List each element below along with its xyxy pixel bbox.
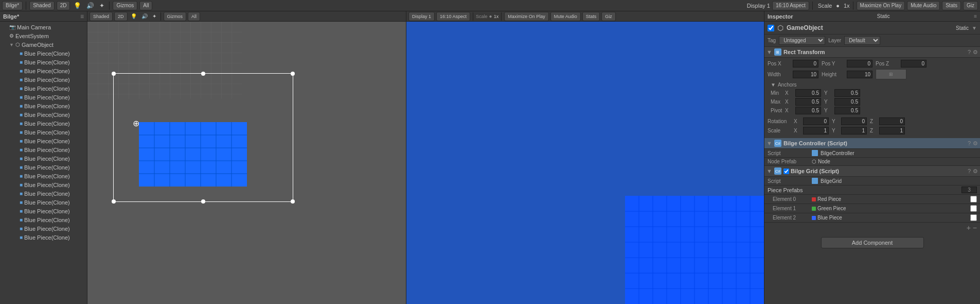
giz-btn[interactable]: Giz [963, 1, 978, 10]
element-2-checkbox[interactable] [970, 214, 977, 221]
scale-y-input[interactable] [841, 127, 867, 134]
scene-effects-icon[interactable]: ✦ [151, 12, 158, 21]
rotation-x-input[interactable] [803, 117, 829, 125]
mute-btn[interactable]: Mute Audio [907, 1, 940, 10]
anchors-toggle[interactable]: ▼ Anchors [771, 82, 974, 88]
move-gizmo[interactable]: ⊕ [133, 119, 139, 128]
rotation-y-input[interactable] [841, 117, 867, 125]
anchor-min-x-input[interactable] [795, 89, 821, 97]
scene-all-btn[interactable]: All [188, 12, 200, 21]
scene-canvas[interactable]: ⊕ [87, 22, 406, 304]
anchor-preset-widget[interactable]: ⊞ [876, 69, 906, 79]
layer-dropdown[interactable]: Default [844, 36, 880, 45]
scene-audio-icon[interactable]: 🔊 [140, 12, 149, 21]
bilge-grid-settings-icon[interactable]: ⚙ [973, 168, 978, 175]
bilge-grid-checkbox[interactable] [783, 168, 789, 174]
scene-light-icon[interactable]: 💡 [129, 12, 138, 21]
lighting-toggle[interactable]: 💡 [72, 1, 83, 10]
aspect-dropdown[interactable]: 16:10 Aspect [772, 1, 809, 10]
piece-prefabs-count[interactable] [961, 187, 977, 193]
anchor-min-y-input[interactable] [834, 89, 860, 97]
add-component-button[interactable]: Add Component [821, 237, 924, 248]
pos-x-input[interactable] [793, 60, 818, 67]
list-item[interactable]: ■ Blue Piece(Clone) [0, 180, 87, 189]
list-item[interactable]: ■ Blue Piece(Clone) [0, 93, 87, 102]
effects-toggle[interactable]: ✦ [98, 1, 106, 10]
list-item[interactable]: ■ Blue Piece(Clone) [0, 154, 87, 163]
2d-toggle[interactable]: 2D [57, 1, 70, 10]
width-input[interactable] [793, 71, 818, 78]
bilge-controller-header[interactable]: ▼ C# Bilge Controller (Script) ? ⚙ [764, 138, 980, 149]
height-input[interactable] [847, 71, 872, 78]
list-item[interactable]: ■ Blue Piece(Clone) [0, 145, 87, 154]
hierarchy-item-main-camera[interactable]: 📷 Main Camera [0, 23, 87, 31]
pos-y-input[interactable] [847, 60, 872, 67]
mute-audio-btn[interactable]: Mute Audio [550, 12, 581, 21]
rect-settings-icon[interactable]: ⚙ [973, 49, 978, 56]
scale-x-input[interactable] [803, 127, 829, 134]
bilge-controller-info-icon[interactable]: ? [968, 140, 971, 147]
rect-info-icon[interactable]: ? [968, 49, 971, 56]
list-item[interactable]: ■ Blue Piece(Clone) [0, 110, 87, 119]
element-0-checkbox[interactable] [970, 196, 977, 202]
game-giz-btn[interactable]: Giz [601, 12, 616, 21]
list-item[interactable]: ■ Blue Piece(Clone) [0, 49, 87, 58]
list-item[interactable]: ■ Blue Piece(Clone) [0, 215, 87, 224]
list-item[interactable]: ■ Blue Piece(Clone) [0, 66, 87, 75]
scene-shading-dropdown[interactable]: Shaded [90, 12, 113, 21]
pivot-y-input[interactable] [834, 107, 860, 114]
tag-dropdown[interactable]: Untagged [779, 36, 825, 45]
list-item[interactable]: ■ Blue Piece(Clone) [0, 163, 87, 172]
list-item[interactable]: ■ Blue Piece(Clone) [0, 198, 87, 207]
inspector-menu-icon[interactable]: ≡ [974, 13, 977, 19]
anchor-max-x-input[interactable] [795, 98, 821, 106]
hierarchy-item-eventsystem[interactable]: ⚙ EventSystem [0, 31, 87, 40]
element-1-checkbox[interactable] [970, 205, 977, 212]
list-item[interactable]: ■ Blue Piece(Clone) [0, 207, 87, 215]
bilge-grid-header[interactable]: ▼ C# Bilge Grid (Script) ? ⚙ [764, 166, 980, 177]
shading-dropdown[interactable]: Shaded [29, 1, 54, 10]
audio-toggle[interactable]: 🔊 [85, 1, 96, 10]
bilge-controller-settings-icon[interactable]: ⚙ [973, 140, 978, 147]
gizmos-dropdown[interactable]: Gizmos [113, 1, 137, 10]
list-item[interactable]: ■ Blue Piece(Clone) [0, 137, 87, 145]
rect-transform-header[interactable]: ▼ ⊞ Rect Transform ? ⚙ [764, 47, 980, 58]
bilge-grid-info-icon[interactable]: ? [968, 168, 971, 175]
pivot-x-input[interactable] [795, 107, 821, 114]
anchor-max-y-input[interactable] [834, 98, 860, 106]
hierarchy-menu-icon[interactable]: ≡ [80, 13, 84, 20]
go-dropdown-icon[interactable]: ▼ [972, 25, 977, 31]
list-item[interactable]: ■ Blue Piece(Clone) [0, 84, 87, 93]
pos-z-input[interactable] [901, 60, 926, 67]
list-item[interactable]: ■ Blue Piece(Clone) [0, 233, 87, 242]
scene-all-dropdown[interactable]: All [139, 1, 152, 10]
selection-handle-bl[interactable] [112, 199, 116, 204]
list-item[interactable]: ■ Blue Piece(Clone) [0, 189, 87, 198]
remove-element-icon[interactable]: − [973, 224, 977, 232]
add-element-icon[interactable]: + [967, 224, 971, 232]
scene-gizmos-btn[interactable]: Gizmos [164, 12, 187, 21]
selection-handle-tr[interactable] [291, 72, 295, 76]
list-item[interactable]: ■ Blue Piece(Clone) [0, 172, 87, 180]
list-item[interactable]: ■ Blue Piece(Clone) [0, 102, 87, 110]
stats-btn[interactable]: Stats [942, 1, 961, 10]
gameobject-checkbox[interactable] [768, 25, 774, 31]
rotation-z-input[interactable] [879, 117, 905, 125]
scene-blue-object[interactable] [139, 122, 247, 187]
list-item[interactable]: ■ Blue Piece(Clone) [0, 75, 87, 84]
list-item[interactable]: ■ Blue Piece(Clone) [0, 128, 87, 137]
scale-z-input[interactable] [879, 127, 905, 134]
game-display-dropdown[interactable]: Display 1 [408, 12, 435, 21]
list-item[interactable]: ■ Blue Piece(Clone) [0, 119, 87, 128]
list-item[interactable]: ■ Blue Piece(Clone) [0, 58, 87, 66]
layout-dropdown[interactable]: Bilge* [2, 1, 23, 10]
selection-handle-bm[interactable] [201, 199, 205, 204]
selection-handle-br[interactable] [291, 199, 295, 204]
game-stats-btn[interactable]: Stats [582, 12, 600, 21]
scene-2d-btn[interactable]: 2D [114, 12, 128, 21]
game-aspect-dropdown[interactable]: 16:10 Aspect [436, 12, 470, 21]
maximize-on-play-btn[interactable]: Maximize On Play [504, 12, 549, 21]
maximize-btn[interactable]: Maximize On Play [857, 1, 905, 10]
list-item[interactable]: ■ Blue Piece(Clone) [0, 224, 87, 233]
hierarchy-item-gameobject[interactable]: ▼ ⬡ GameObject [0, 40, 87, 49]
